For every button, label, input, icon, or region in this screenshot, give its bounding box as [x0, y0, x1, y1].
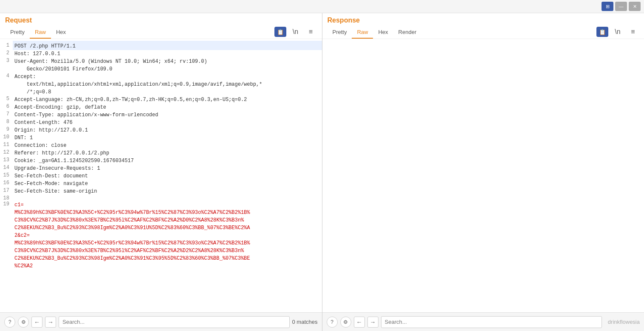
response-tab-raw[interactable]: Raw [352, 27, 373, 39]
table-row: 5 Accept-Language: zh-CN,zh;q=0.8,zh-TW;… [0, 96, 322, 104]
line-content: Sec-Fetch-Mode: navigate [13, 180, 322, 188]
response-settings-btn[interactable]: ⚙ [340, 317, 351, 328]
response-bottom-bar: ? ⚙ ← → drinkflowesia [322, 312, 644, 331]
response-tab-pretty[interactable]: Pretty [328, 27, 352, 39]
table-row: 2 Host: 127.0.0.1 [0, 50, 322, 58]
request-tab-actions: 📋 \n ≡ [274, 27, 317, 39]
line-number: 19 [0, 201, 13, 270]
response-newline-btn[interactable]: \n [612, 27, 624, 37]
request-settings-btn[interactable]: ⚙ [18, 317, 29, 328]
line-number: 17 [0, 188, 13, 195]
request-tab-pretty[interactable]: Pretty [5, 27, 30, 39]
response-copy-btn[interactable]: 📋 [596, 27, 608, 37]
line-number: 5 [0, 96, 13, 104]
table-row: 1 POST /2.php HTTP/1.1 [0, 41, 322, 50]
request-panel: Request Pretty Raw Hex 📋 \n ≡ 1 POST /2.… [0, 13, 322, 331]
request-tab-raw[interactable]: Raw [30, 27, 51, 39]
line-number: 9 [0, 126, 13, 134]
line-number: 7 [0, 111, 13, 119]
table-row: 8 Content-Length: 476 [0, 119, 322, 126]
table-row: 7 Content-Type: application/x-www-form-u… [0, 111, 322, 119]
request-newline-btn[interactable]: \n [290, 27, 302, 37]
response-panel-header: Response Pretty Raw Hex Render 📋 \n ≡ [322, 13, 644, 39]
layout-split-btn[interactable]: ⊞ [602, 2, 613, 11]
line-content: Accept-Encoding: gzip, deflate [13, 104, 322, 111]
response-panel: Response Pretty Raw Hex Render 📋 \n ≡ ? … [322, 13, 644, 331]
response-panel-title: Response [328, 17, 639, 24]
line-content: Origin: http://127.0.0.1 [13, 126, 322, 134]
request-panel-header: Request Pretty Raw Hex 📋 \n ≡ [0, 13, 322, 39]
line-number: 11 [0, 142, 13, 149]
response-tab-actions: 📋 \n ≡ [596, 27, 639, 39]
line-content: POST /2.php HTTP/1.1 [13, 41, 322, 50]
line-content: Host: 127.0.0.1 [13, 50, 322, 58]
request-code-area: 1 POST /2.php HTTP/1.1 2 Host: 127.0.0.1… [0, 41, 322, 270]
line-content [13, 195, 322, 201]
table-row: 12 Referer: http://127.0.0.1/2.php [0, 149, 322, 157]
line-content: Cookie: _ga=GA1.1.1245202590.1676034517 [13, 157, 322, 165]
line-number: 8 [0, 119, 13, 126]
line-content: User-Agent: Mozilla/5.0 (Windows NT 10.0… [13, 58, 322, 73]
request-content: 1 POST /2.php HTTP/1.1 2 Host: 127.0.0.1… [0, 39, 322, 312]
line-content: c1= M%C3%89h%C3%BF%0E%C3%A3%5C+%C2%95r%C… [13, 201, 322, 270]
request-match-count: 0 matches [292, 319, 318, 325]
request-search-input[interactable] [59, 316, 290, 328]
table-row: 11 Connection: close [0, 142, 322, 149]
table-row: 6 Accept-Encoding: gzip, deflate [0, 104, 322, 111]
line-number: 2 [0, 50, 13, 58]
response-tab-render[interactable]: Render [393, 27, 422, 39]
line-content: Sec-Fetch-Site: same-origin [13, 188, 322, 195]
response-tab-hex[interactable]: Hex [373, 27, 393, 39]
request-menu-btn[interactable]: ≡ [305, 27, 317, 37]
response-watermark: drinkflowesia [608, 319, 640, 325]
line-content: Content-Type: application/x-www-form-url… [13, 111, 322, 119]
table-row: 17 Sec-Fetch-Site: same-origin [0, 188, 322, 195]
layout-close-btn[interactable]: ✕ [629, 2, 641, 11]
table-row: 13 Cookie: _ga=GA1.1.1245202590.16760345… [0, 157, 322, 165]
request-next-btn[interactable]: → [45, 317, 56, 328]
layout-horizontal-btn[interactable]: — [615, 2, 627, 11]
line-number: 10 [0, 134, 13, 142]
line-number: 4 [0, 73, 13, 96]
table-row: 10 DNT: 1 [0, 134, 322, 142]
line-content: Referer: http://127.0.0.1/2.php [13, 149, 322, 157]
line-number: 1 [0, 41, 13, 50]
response-prev-btn[interactable]: ← [354, 317, 365, 328]
request-copy-btn[interactable]: 📋 [274, 27, 286, 37]
line-number: 13 [0, 157, 13, 165]
response-content [322, 39, 644, 312]
table-row: 18 [0, 195, 322, 201]
line-number: 14 [0, 165, 13, 172]
line-content: Upgrade-Insecure-Requests: 1 [13, 165, 322, 172]
response-help-btn[interactable]: ? [327, 317, 338, 328]
panels-container: Request Pretty Raw Hex 📋 \n ≡ 1 POST /2.… [0, 13, 644, 331]
request-tab-hex[interactable]: Hex [51, 27, 71, 39]
line-content: Accept-Language: zh-CN,zh;q=0.8,zh-TW;q=… [13, 96, 322, 104]
table-row: 19 c1= M%C3%89h%C3%BF%0E%C3%A3%5C+%C2%95… [0, 201, 322, 270]
line-number: 15 [0, 172, 13, 180]
table-row: 15 Sec-Fetch-Dest: document [0, 172, 322, 180]
table-row: 16 Sec-Fetch-Mode: navigate [0, 180, 322, 188]
request-tabs-row: Pretty Raw Hex 📋 \n ≡ [5, 27, 317, 39]
response-next-btn[interactable]: → [367, 317, 378, 328]
response-menu-btn[interactable]: ≡ [627, 27, 639, 37]
top-toolbar: ⊞ — ✕ [0, 0, 644, 13]
line-content: Accept: text/html,application/xhtml+xml,… [13, 73, 322, 96]
request-prev-btn[interactable]: ← [31, 317, 42, 328]
table-row: 9 Origin: http://127.0.0.1 [0, 126, 322, 134]
response-tabs-row: Pretty Raw Hex Render 📋 \n ≡ [328, 27, 639, 39]
table-row: 3 User-Agent: Mozilla/5.0 (Windows NT 10… [0, 58, 322, 73]
table-row: 4 Accept: text/html,application/xhtml+xm… [0, 73, 322, 96]
table-row: 14 Upgrade-Insecure-Requests: 1 [0, 165, 322, 172]
request-help-btn[interactable]: ? [4, 317, 15, 328]
line-number: 12 [0, 149, 13, 157]
line-number: 3 [0, 58, 13, 73]
line-content: DNT: 1 [13, 134, 322, 142]
line-content: Connection: close [13, 142, 322, 149]
request-bottom-bar: ? ⚙ ← → 0 matches [0, 312, 322, 331]
line-content: Content-Length: 476 [13, 119, 322, 126]
line-number: 6 [0, 104, 13, 111]
request-panel-title: Request [5, 17, 317, 24]
line-number: 16 [0, 180, 13, 188]
response-search-input[interactable] [381, 316, 602, 328]
